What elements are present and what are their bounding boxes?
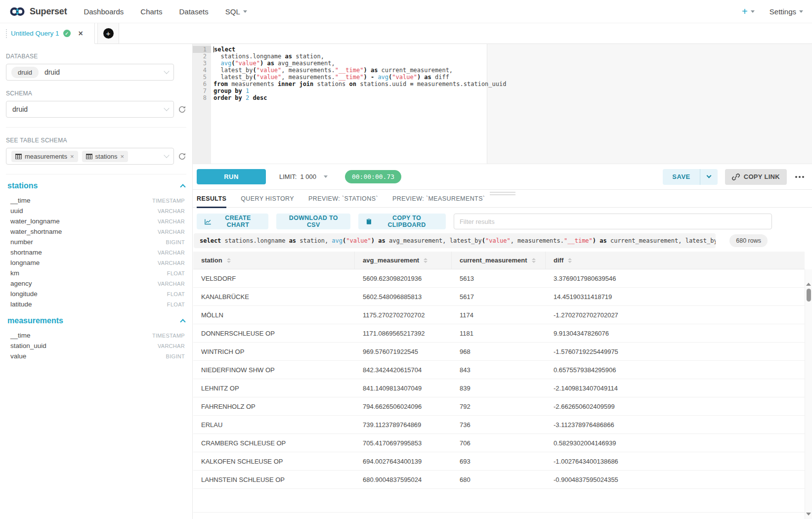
table-cell: 842.3424420615704 (355, 366, 452, 374)
download-csv-button[interactable]: DOWNLOAD TO CSV (276, 214, 350, 229)
editor-line[interactable]: 7group by 1 (193, 87, 812, 94)
brand-name: Superset (30, 6, 67, 17)
schema-column-row: station_uuidVARCHAR (6, 341, 186, 351)
pane-resize-handle[interactable] (490, 192, 515, 195)
save-button[interactable]: SAVE (663, 169, 699, 185)
table-select[interactable]: measurements× stations× (6, 148, 174, 165)
table-cell: 969.576071922545 (355, 348, 452, 355)
close-tab-icon[interactable]: × (79, 30, 83, 38)
schema-column-row: uuidVARCHAR (6, 206, 186, 216)
results-column-header[interactable]: avg_measurement (355, 252, 452, 269)
run-query-button[interactable]: RUN (197, 169, 266, 184)
scroll-down-icon[interactable] (806, 513, 811, 516)
copy-link-button[interactable]: COPY LINK (725, 169, 787, 185)
schema-column-row: agencyVARCHAR (6, 278, 186, 289)
save-options-button[interactable] (700, 169, 718, 185)
tab-preview-measurements[interactable]: PREVIEW: `MEASUREMENTS` (392, 190, 485, 208)
results-column-header[interactable]: current_measurement (452, 252, 546, 269)
editor-line[interactable]: 5 latest_by("value", measurements."__tim… (193, 74, 812, 81)
table-cell: 1174 (452, 311, 546, 319)
filter-results-input[interactable] (454, 214, 772, 229)
sqllab-left-panel: DATABASE druid druid SCHEMA druid SEE TA… (0, 44, 193, 519)
results-scrollbar[interactable] (805, 269, 812, 519)
sql-editor[interactable]: 1select2 stations.longname as station,3 … (193, 44, 812, 164)
tab-results[interactable]: RESULTS (197, 190, 226, 208)
table-section-header[interactable]: measurements (6, 316, 186, 325)
table-cell: 1171.0869565217392 (355, 330, 452, 337)
table-row: FAHRENHOLZ OP794.6626506024096792-2.6626… (193, 397, 805, 416)
sort-icon[interactable] (227, 258, 231, 263)
settings-menu[interactable]: Settings (769, 7, 803, 16)
query-tab-title: Untitled Query 1 (11, 30, 59, 37)
table-row: KALKOFEN SCHLEUSE OP694.0027643400139693… (193, 452, 805, 471)
tab-preview-stations[interactable]: PREVIEW: `STATIONS` (308, 190, 378, 208)
limit-dropdown[interactable]: LIMIT: 1 000 (279, 173, 328, 180)
save-split-button: SAVE (663, 169, 717, 185)
tab-untitled-query[interactable]: Untitled Query 1 ✓ × (0, 23, 95, 44)
table-cell: 5613 (452, 275, 546, 282)
tab-query-history[interactable]: QUERY HISTORY (241, 190, 294, 208)
selected-table-pill[interactable]: stations× (82, 151, 128, 162)
schema-column-row: water_longnameVARCHAR (6, 216, 186, 226)
editor-line[interactable]: 2 stations.longname as station, (193, 53, 812, 60)
limit-value: 1 000 (300, 173, 316, 180)
remove-table-icon[interactable]: × (120, 153, 124, 160)
scrollbar-thumb[interactable] (807, 289, 811, 302)
drag-grip-icon[interactable] (6, 29, 7, 38)
scroll-up-icon[interactable] (806, 283, 811, 286)
table-cell: 794.6626506024096 (355, 403, 452, 410)
selected-table-pill[interactable]: measurements× (11, 151, 78, 162)
query-elapsed-timer: 00:00:00.73 (345, 170, 401, 183)
sort-icon[interactable] (568, 258, 572, 263)
editor-line[interactable]: 1select (193, 46, 812, 53)
results-column-header[interactable]: diff (546, 252, 805, 269)
create-chart-button[interactable]: CREATE CHART (197, 214, 268, 229)
refresh-schemas-icon[interactable] (178, 105, 186, 114)
main-menu: Dashboards Charts Datasets SQL (67, 7, 247, 16)
superset-logo[interactable]: Superset (9, 6, 67, 17)
chevron-down-icon (324, 175, 328, 178)
editor-line[interactable]: 6from measurements inner join stations o… (193, 81, 812, 87)
table-cell: 14.45190311418719 (546, 293, 805, 301)
clipboard-icon (366, 218, 372, 225)
table-cell: -2.662650602409599 (546, 403, 805, 410)
table-cell: -1.5760719225449975 (546, 348, 805, 355)
line-number: 4 (193, 67, 211, 74)
table-row: KANALBRÜCKE5602.548096885813561714.45190… (193, 288, 805, 306)
line-number: 2 (193, 53, 211, 60)
copy-clipboard-button[interactable]: COPY TO CLIPBOARD (358, 214, 446, 229)
table-cell: 694.0027643400139 (355, 458, 452, 465)
chevron-down-icon (706, 173, 711, 178)
more-actions-button[interactable] (794, 174, 805, 180)
table-cell: 843 (452, 366, 546, 374)
editor-line[interactable]: 3 avg("value") as avg_measurement, (193, 60, 812, 67)
nav-sql[interactable]: SQL (225, 7, 247, 16)
line-number: 7 (193, 87, 211, 94)
editor-line[interactable]: 8order by 2 desc (193, 94, 812, 101)
table-cell: -2.1409813407049114 (546, 385, 805, 392)
table-cell: 5602.548096885813 (355, 293, 452, 301)
new-tab-button[interactable]: + (97, 23, 119, 43)
chevron-up-icon (180, 319, 185, 324)
new-item-button[interactable]: + (742, 6, 755, 17)
nav-dashboards[interactable]: Dashboards (84, 7, 124, 16)
results-column-header[interactable]: station (193, 252, 355, 269)
database-label: DATABASE (6, 53, 186, 60)
remove-table-icon[interactable]: × (70, 153, 74, 160)
chevron-down-icon (751, 10, 755, 13)
table-cell: 841.1409813407049 (355, 385, 452, 392)
nav-charts[interactable]: Charts (140, 7, 162, 16)
editor-line[interactable]: 4 latest_by("value", measurements."__tim… (193, 67, 812, 74)
database-select[interactable]: druid druid (6, 64, 174, 81)
table-section-header[interactable]: stations (6, 181, 186, 190)
sort-icon[interactable] (532, 258, 536, 263)
sort-icon[interactable] (424, 258, 427, 263)
line-number: 8 (193, 94, 211, 101)
refresh-tables-icon[interactable] (178, 152, 186, 161)
schema-select[interactable]: druid (6, 101, 174, 118)
table-schema-section: stations__timeTIMESTAMPuuidVARCHARwater_… (6, 181, 186, 309)
executed-query-preview[interactable]: select stations.longname as station, avg… (194, 233, 716, 248)
schema-column-row: valueBIGINT (6, 351, 186, 361)
schema-name: druid (12, 105, 28, 113)
nav-datasets[interactable]: Datasets (179, 7, 209, 16)
